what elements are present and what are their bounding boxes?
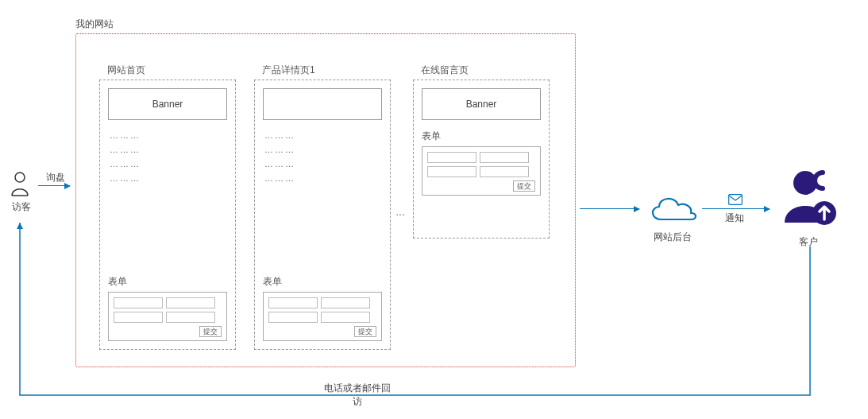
inquiry-arrow (38, 185, 70, 186)
svg-rect-2 (729, 195, 743, 205)
backend-to-customer-arrow (702, 208, 770, 209)
page-home-title: 网站首页 (107, 64, 145, 77)
submit-button: 提交 (513, 180, 535, 192)
notify-label: 通知 (725, 211, 744, 225)
form-field (321, 297, 370, 308)
form-field (268, 312, 318, 323)
form-title: 表单 (422, 130, 541, 143)
person-icon (10, 171, 30, 196)
form-field (166, 297, 215, 308)
return-visit-label: 电话或者邮件回 访 (324, 382, 391, 409)
form-field (268, 297, 318, 308)
customer-icon (778, 167, 840, 229)
diagram-stage: 访客 询盘 我的网站 网站首页 Banner ……… ……… ……… ……… 表… (0, 0, 868, 419)
page-guestbook-title: 在线留言页 (421, 64, 469, 77)
form-block: 表单 提交 (108, 275, 227, 341)
visitor-label: 访客 (12, 200, 31, 214)
form-field (321, 312, 370, 323)
site-title: 我的网站 (75, 17, 114, 31)
page-product-detail: ……… ……… ……… ……… 表单 提交 (254, 80, 391, 350)
banner-label: Banner (466, 99, 497, 110)
form-block: 表单 提交 (263, 275, 382, 341)
banner-label: Banner (152, 99, 183, 110)
form-field (114, 312, 163, 323)
page-detail-title: 产品详情页1 (262, 64, 315, 77)
form-field (480, 166, 529, 177)
form-field (114, 297, 163, 308)
submit-button: 提交 (199, 326, 222, 337)
envelope-icon (728, 194, 743, 205)
content-dots: ……… ……… ……… ……… (110, 128, 226, 185)
form-box: 提交 (108, 292, 227, 341)
banner-box: Banner (422, 88, 541, 120)
form-block: 表单 提交 (422, 130, 541, 196)
between-pages-ellipsis: … (395, 207, 407, 218)
customer-label: 客户 (799, 235, 818, 249)
inquiry-arrow-label: 询盘 (46, 171, 65, 184)
cloud-label: 网站后台 (654, 231, 692, 244)
content-dots: ……… ……… ……… ……… (264, 128, 380, 185)
page-home: Banner ……… ……… ……… ……… 表单 提交 (99, 80, 236, 350)
form-box: 提交 (422, 146, 541, 196)
banner-box-empty (263, 88, 382, 120)
form-title: 表单 (108, 275, 227, 289)
form-field (166, 312, 215, 323)
form-field (427, 152, 476, 163)
cloud-icon (645, 188, 700, 226)
site-to-backend-arrow (580, 208, 639, 209)
form-box: 提交 (263, 292, 382, 341)
form-field (427, 166, 476, 177)
form-title: 表单 (263, 275, 382, 289)
page-guestbook: Banner 表单 提交 (413, 80, 550, 239)
svg-point-0 (15, 173, 25, 182)
banner-box: Banner (108, 88, 227, 120)
submit-button: 提交 (354, 326, 376, 337)
form-field (480, 152, 529, 163)
